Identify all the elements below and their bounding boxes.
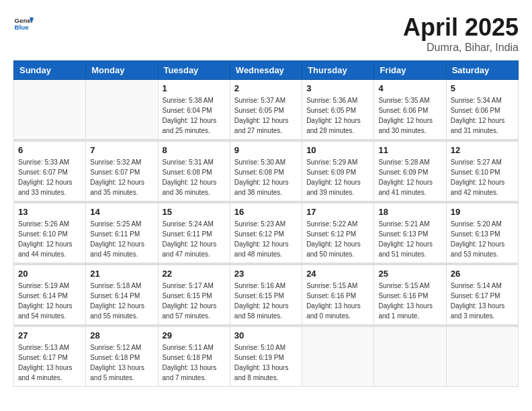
day-info: Sunrise: 5:31 AMSunset: 6:08 PMDaylight:… [163, 157, 226, 197]
calendar-header-row: Sunday Monday Tuesday Wednesday Thursday… [14, 61, 519, 80]
calendar-cell [14, 80, 86, 140]
calendar-cell: 23Sunrise: 5:16 AMSunset: 6:15 PMDayligh… [230, 265, 302, 325]
day-info: Sunrise: 5:16 AMSunset: 6:15 PMDaylight:… [234, 281, 298, 321]
calendar-cell: 16Sunrise: 5:23 AMSunset: 6:12 PMDayligh… [230, 203, 302, 263]
calendar-cell [86, 80, 158, 140]
day-number: 5 [451, 83, 514, 93]
calendar-cell: 18Sunrise: 5:21 AMSunset: 6:13 PMDayligh… [374, 203, 446, 263]
col-saturday: Saturday [446, 61, 518, 80]
day-number: 13 [18, 207, 81, 217]
calendar-cell: 11Sunrise: 5:28 AMSunset: 6:09 PMDayligh… [374, 142, 446, 201]
day-number: 19 [451, 207, 514, 217]
day-number: 7 [90, 145, 153, 155]
day-info: Sunrise: 5:24 AMSunset: 6:11 PMDaylight:… [163, 219, 226, 259]
day-number: 27 [18, 330, 81, 340]
day-number: 10 [306, 145, 369, 155]
week-row-5: 27Sunrise: 5:13 AMSunset: 6:17 PMDayligh… [14, 327, 519, 387]
col-thursday: Thursday [302, 61, 374, 80]
week-row-1: 1Sunrise: 5:38 AMSunset: 6:04 PMDaylight… [14, 80, 519, 140]
calendar-cell: 30Sunrise: 5:10 AMSunset: 6:19 PMDayligh… [230, 327, 302, 387]
day-number: 30 [234, 330, 298, 340]
col-wednesday: Wednesday [230, 61, 302, 80]
day-info: Sunrise: 5:35 AMSunset: 6:06 PMDaylight:… [378, 95, 441, 136]
col-sunday: Sunday [14, 61, 86, 80]
calendar-cell: 2Sunrise: 5:37 AMSunset: 6:05 PMDaylight… [230, 80, 302, 140]
calendar-cell: 14Sunrise: 5:25 AMSunset: 6:11 PMDayligh… [86, 203, 158, 263]
calendar-cell: 19Sunrise: 5:20 AMSunset: 6:13 PMDayligh… [446, 203, 518, 263]
calendar-cell: 15Sunrise: 5:24 AMSunset: 6:11 PMDayligh… [158, 203, 230, 263]
day-info: Sunrise: 5:27 AMSunset: 6:10 PMDaylight:… [451, 157, 514, 197]
calendar-cell: 24Sunrise: 5:15 AMSunset: 6:16 PMDayligh… [302, 265, 374, 325]
logo: General Blue [13, 13, 34, 34]
calendar-cell: 17Sunrise: 5:22 AMSunset: 6:12 PMDayligh… [302, 203, 374, 263]
day-info: Sunrise: 5:25 AMSunset: 6:11 PMDaylight:… [90, 219, 153, 259]
calendar-cell: 26Sunrise: 5:14 AMSunset: 6:17 PMDayligh… [446, 265, 518, 325]
day-number: 17 [306, 207, 369, 217]
calendar-cell: 4Sunrise: 5:35 AMSunset: 6:06 PMDaylight… [374, 80, 446, 140]
day-number: 15 [163, 207, 226, 217]
col-tuesday: Tuesday [158, 61, 230, 80]
header: General Blue April 2025 Dumra, Bihar, In… [13, 13, 519, 54]
day-number: 16 [234, 207, 298, 217]
day-number: 14 [90, 207, 153, 217]
calendar-cell: 1Sunrise: 5:38 AMSunset: 6:04 PMDaylight… [158, 80, 230, 140]
day-number: 24 [306, 269, 369, 279]
calendar-cell: 6Sunrise: 5:33 AMSunset: 6:07 PMDaylight… [14, 142, 86, 201]
col-friday: Friday [374, 61, 446, 80]
day-number: 2 [234, 83, 298, 93]
title-area: April 2025 Dumra, Bihar, India [403, 13, 519, 54]
day-info: Sunrise: 5:19 AMSunset: 6:14 PMDaylight:… [18, 281, 81, 321]
day-number: 21 [90, 269, 153, 279]
day-info: Sunrise: 5:20 AMSunset: 6:13 PMDaylight:… [451, 219, 514, 259]
day-info: Sunrise: 5:33 AMSunset: 6:07 PMDaylight:… [18, 157, 81, 197]
day-number: 20 [18, 269, 81, 279]
day-info: Sunrise: 5:36 AMSunset: 6:05 PMDaylight:… [306, 95, 369, 136]
day-info: Sunrise: 5:22 AMSunset: 6:12 PMDaylight:… [306, 219, 369, 259]
day-info: Sunrise: 5:21 AMSunset: 6:13 PMDaylight:… [378, 219, 441, 259]
day-info: Sunrise: 5:14 AMSunset: 6:17 PMDaylight:… [451, 281, 514, 321]
day-number: 28 [90, 330, 153, 340]
calendar-cell: 29Sunrise: 5:11 AMSunset: 6:18 PMDayligh… [158, 327, 230, 387]
main-title: April 2025 [403, 13, 519, 42]
day-info: Sunrise: 5:34 AMSunset: 6:06 PMDaylight:… [451, 95, 514, 136]
logo-icon: General Blue [13, 13, 34, 34]
day-info: Sunrise: 5:30 AMSunset: 6:08 PMDaylight:… [234, 157, 298, 197]
day-info: Sunrise: 5:38 AMSunset: 6:04 PMDaylight:… [163, 95, 226, 136]
day-number: 25 [378, 269, 441, 279]
calendar-cell: 22Sunrise: 5:17 AMSunset: 6:15 PMDayligh… [158, 265, 230, 325]
day-number: 11 [378, 145, 441, 155]
calendar-cell: 13Sunrise: 5:26 AMSunset: 6:10 PMDayligh… [14, 203, 86, 263]
day-number: 1 [163, 83, 226, 93]
day-info: Sunrise: 5:15 AMSunset: 6:16 PMDaylight:… [306, 281, 369, 321]
day-info: Sunrise: 5:18 AMSunset: 6:14 PMDaylight:… [90, 281, 153, 321]
day-number: 26 [451, 269, 514, 279]
day-number: 6 [18, 145, 81, 155]
day-number: 3 [306, 83, 369, 93]
calendar-cell: 3Sunrise: 5:36 AMSunset: 6:05 PMDaylight… [302, 80, 374, 140]
day-number: 12 [451, 145, 514, 155]
day-number: 8 [163, 145, 226, 155]
day-number: 23 [234, 269, 298, 279]
week-row-2: 6Sunrise: 5:33 AMSunset: 6:07 PMDaylight… [14, 142, 519, 201]
calendar-cell: 7Sunrise: 5:32 AMSunset: 6:07 PMDaylight… [86, 142, 158, 201]
day-info: Sunrise: 5:10 AMSunset: 6:19 PMDaylight:… [234, 342, 298, 383]
week-row-3: 13Sunrise: 5:26 AMSunset: 6:10 PMDayligh… [14, 203, 519, 263]
day-info: Sunrise: 5:13 AMSunset: 6:17 PMDaylight:… [18, 342, 81, 383]
calendar-cell: 10Sunrise: 5:29 AMSunset: 6:09 PMDayligh… [302, 142, 374, 201]
day-info: Sunrise: 5:15 AMSunset: 6:16 PMDaylight:… [378, 281, 441, 321]
subtitle: Dumra, Bihar, India [403, 42, 519, 54]
day-info: Sunrise: 5:26 AMSunset: 6:10 PMDaylight:… [18, 219, 81, 259]
day-info: Sunrise: 5:12 AMSunset: 6:18 PMDaylight:… [90, 342, 153, 383]
day-number: 4 [378, 83, 441, 93]
day-info: Sunrise: 5:37 AMSunset: 6:05 PMDaylight:… [234, 95, 298, 136]
col-monday: Monday [86, 61, 158, 80]
day-info: Sunrise: 5:32 AMSunset: 6:07 PMDaylight:… [90, 157, 153, 197]
calendar-cell [302, 327, 374, 387]
day-info: Sunrise: 5:28 AMSunset: 6:09 PMDaylight:… [378, 157, 441, 197]
calendar-cell [374, 327, 446, 387]
calendar-cell: 5Sunrise: 5:34 AMSunset: 6:06 PMDaylight… [446, 80, 518, 140]
day-number: 18 [378, 207, 441, 217]
calendar-cell: 12Sunrise: 5:27 AMSunset: 6:10 PMDayligh… [446, 142, 518, 201]
day-number: 9 [234, 145, 298, 155]
calendar-cell: 28Sunrise: 5:12 AMSunset: 6:18 PMDayligh… [86, 327, 158, 387]
